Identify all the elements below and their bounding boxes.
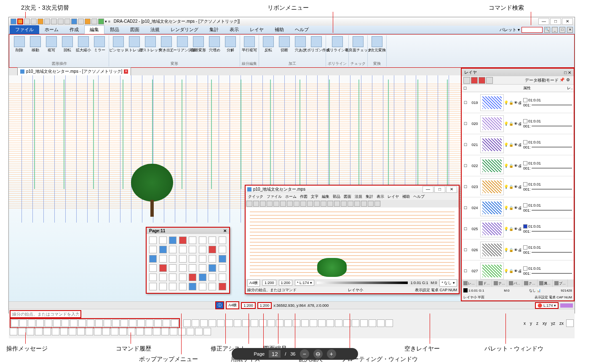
toolbar-tool[interactable] (195, 328, 203, 335)
drawing-canvas[interactable]: Page:11 ✕ p10_地域文化センター.mps — □ ✕ (9, 75, 461, 301)
floating-tool[interactable] (294, 201, 300, 207)
qat-save-icon[interactable] (37, 19, 43, 24)
ribbon-btn-分解[interactable]: 分解 (223, 35, 238, 53)
popup-tool-icon[interactable] (159, 264, 167, 272)
lp-tool-1[interactable] (463, 77, 470, 84)
toolbar-tool[interactable] (225, 319, 233, 327)
layer-checkbox[interactable]: ☐ (462, 143, 469, 147)
ribbon-btn-面ストレッチ[interactable]: 面ストレッチ (143, 35, 158, 53)
ribbon-btn-ポリライン化[interactable]: ポリライン化 (330, 35, 345, 53)
popup-tool-icon[interactable] (209, 236, 216, 244)
toolbar-tool[interactable] (136, 328, 144, 335)
fw-scale2[interactable]: 1:200 (279, 280, 293, 286)
ribbon-tab-display[interactable]: 表示 (224, 25, 244, 34)
toolbar-tool[interactable] (128, 328, 135, 335)
layer-panel-pin-icon[interactable]: 📌 (559, 77, 565, 83)
floating-menu-item[interactable]: 補助 (402, 194, 410, 199)
popup-tool-icon[interactable] (199, 246, 206, 253)
axis-z[interactable]: z (535, 321, 540, 326)
ribbon-tab-layer[interactable]: レイヤ (244, 25, 269, 34)
toolbar-tool[interactable] (377, 319, 385, 327)
toolbar-tool[interactable] (187, 328, 194, 335)
ribbon-btn-ブーリアン演算[interactable]: ブーリアン演算 (175, 35, 190, 53)
page-current-input[interactable] (269, 350, 281, 358)
floating-tool[interactable] (341, 201, 347, 207)
layer-panel-tab[interactable]: テ… (492, 279, 507, 287)
history-tool[interactable] (70, 319, 78, 327)
ribbon-btn-穴ポリゴン作成[interactable]: 穴ポリゴン作成 (309, 35, 324, 53)
toolbar-tool[interactable] (69, 328, 76, 335)
history-tool[interactable] (120, 319, 128, 327)
toolbar-tool[interactable] (153, 328, 160, 335)
popup-tool-icon[interactable] (209, 264, 216, 272)
toolbar-tool[interactable] (144, 328, 152, 335)
layer-checkbox[interactable]: ☐ (462, 164, 469, 168)
toolbar-tool[interactable] (318, 319, 326, 327)
ribbon-search-btn[interactable]: 🔍 (544, 27, 550, 33)
popup-tool-icon[interactable] (209, 255, 216, 263)
toolbar-tool[interactable] (60, 328, 68, 335)
popup-tool-icon[interactable] (169, 236, 176, 244)
layer-checkbox[interactable]: ☐ (462, 185, 469, 189)
history-tool[interactable] (19, 319, 27, 327)
toolbar-tool[interactable] (119, 328, 127, 335)
ribbon-btn-ミラー[interactable]: ミラー (92, 35, 107, 53)
ribbon-tab-home[interactable]: ホーム (39, 25, 64, 34)
floating-tool[interactable] (246, 201, 252, 207)
layer-row[interactable]: ☐ 021 💡🔒👁🖨 01:0.01 001: (462, 134, 574, 155)
layer-panel-tab[interactable]: バ… (507, 279, 522, 287)
layer-row[interactable]: ☐ 025 💡🔒👁🖨 01:0.01 001: (462, 218, 574, 239)
history-tool[interactable] (45, 319, 52, 327)
layer-row[interactable]: ☐ 026 💡🔒👁🖨 01:0.01 001: (462, 239, 574, 260)
toolbar-tool[interactable] (52, 328, 59, 335)
floating-tool[interactable] (361, 201, 367, 207)
layer-checkbox[interactable]: ☐ (462, 206, 469, 210)
popup-tool-icon[interactable] (179, 246, 187, 253)
fw-paper[interactable]: A4横 (247, 279, 260, 287)
floating-menu-item[interactable]: ホーム (285, 194, 297, 199)
ribbon-tab-drawing[interactable]: 図面 (125, 25, 145, 34)
popup-tool-icon[interactable] (199, 264, 206, 272)
popup-tool-icon[interactable] (219, 246, 226, 253)
floating-tool[interactable] (321, 201, 326, 207)
history-tool[interactable] (78, 319, 86, 327)
qat-open-icon[interactable] (31, 19, 37, 24)
toolbar-tool[interactable] (192, 319, 199, 327)
toolbar-tool[interactable] (360, 319, 368, 327)
history-tool[interactable] (171, 319, 179, 327)
toolbar-tool[interactable] (352, 319, 359, 327)
ribbon-btn-穴埋め[interactable]: 穴埋め (207, 35, 222, 53)
floating-canvas[interactable] (246, 207, 459, 279)
toolbar-tool[interactable] (203, 328, 211, 335)
popup-tool-icon[interactable] (159, 246, 167, 253)
layer-checkbox[interactable]: ☐ (462, 269, 469, 273)
layer-row[interactable]: ☐ 022 💡🔒👁🖨 01:0.01 001: (462, 155, 574, 176)
ribbon-btn-回転[interactable]: 回転 (60, 35, 75, 53)
floating-tool[interactable] (314, 201, 320, 207)
popup-tool-icon[interactable] (189, 283, 196, 290)
popup-tool-icon[interactable] (219, 283, 226, 290)
popup-tool-icon[interactable] (149, 255, 157, 263)
floating-menu-item[interactable]: ヘルプ (413, 194, 425, 199)
history-tool[interactable] (28, 319, 35, 327)
layer-checkbox[interactable]: ☐ (462, 248, 469, 252)
popup-tool-icon[interactable] (149, 274, 157, 281)
popup-tool-icon[interactable] (199, 255, 206, 263)
floating-menu-item[interactable]: 文字 (311, 194, 318, 199)
layer-row[interactable]: ☐ 019 💡🔒👁🖨 01:0.01 001: (462, 92, 574, 113)
history-tool[interactable] (146, 319, 153, 327)
popup-tool-icon[interactable] (209, 283, 216, 290)
qat-preview-icon[interactable] (51, 19, 57, 24)
layer-row[interactable]: ☐ 023 💡🔒👁🖨 01:0.01 001: (462, 176, 574, 197)
close-button[interactable]: ✕ (562, 18, 573, 25)
toolbar-tool[interactable] (111, 328, 118, 335)
toolbar-tool[interactable] (310, 319, 317, 327)
popup-tool-icon[interactable] (179, 264, 187, 272)
toolbar-tool[interactable] (385, 319, 393, 327)
fw-none[interactable]: * なし ▾ (439, 279, 457, 287)
layer-checkbox[interactable]: ☐ (462, 101, 469, 105)
axis-yz[interactable]: yz (549, 321, 557, 326)
floating-tool[interactable] (348, 201, 353, 207)
popup-tool-icon[interactable] (159, 236, 167, 244)
layer-checkbox[interactable]: ☐ (462, 122, 469, 126)
